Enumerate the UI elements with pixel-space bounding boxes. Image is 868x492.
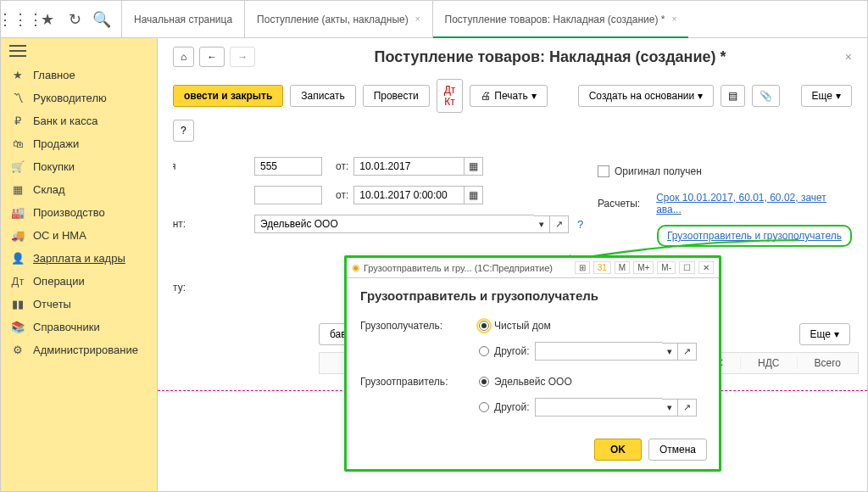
shipper-default-radio[interactable] [479,377,489,387]
sidebar-item-operations[interactable]: ДтОперации [1,270,157,293]
sidebar-item-reports[interactable]: ▮▮Отчеты [1,293,157,316]
cart-icon: 🛒 [11,160,25,173]
tab-label: Поступление (акты, накладные) [257,14,409,25]
nav-buttons: ⌂ ← → [173,47,255,67]
m-button[interactable]: M [615,261,630,274]
chart-icon: 〽 [11,92,25,104]
date-input[interactable] [353,157,464,176]
m-minus-button[interactable]: M- [657,261,676,274]
star-icon: ★ [11,69,25,81]
sidebar-item-main[interactable]: ★Главное [1,64,157,87]
open-icon[interactable]: ↗ [678,399,697,417]
dialog-titlebar[interactable]: ◉ Грузоотправитель и гру... (1С:Предприя… [347,258,719,278]
tab-waybill-create[interactable]: Поступление товаров: Накладная (создание… [432,1,689,37]
close-page-button[interactable]: × [845,50,852,64]
payments-link[interactable]: Срок 10.01.2017, 60.01, 60.02, зачет ава… [656,192,852,215]
dialog-title: Грузоотправитель и гру... (1С:Предприяти… [364,263,553,273]
col-total: Всего [798,357,858,369]
post-button[interactable]: Провести [363,85,430,107]
second-input[interactable] [254,186,322,204]
post-and-close-button[interactable]: овести и закрыть [173,85,283,107]
sidebar-item-label: Руководителю [33,92,107,104]
forward-button[interactable]: → [230,47,255,67]
close-icon[interactable]: × [671,14,676,24]
create-based-button[interactable]: Создать на основании ▾ [578,85,715,107]
open-icon[interactable]: ↗ [678,343,697,361]
m-plus-button[interactable]: M+ [633,261,654,274]
contragent-input[interactable] [254,215,534,233]
label-er: ер: [173,189,249,201]
consignee-default-radio[interactable] [479,321,489,331]
sidebar-item-label: Покупки [33,160,75,173]
sidebar-item-label: Операции [33,275,85,288]
sidebar-item-sales[interactable]: 🛍Продажи [1,132,157,155]
sidebar-item-warehouse[interactable]: ▦Склад [1,178,157,201]
calendar-icon[interactable]: 31 [593,261,611,274]
sidebar-item-admin[interactable]: ⚙Администрирование [1,338,157,361]
maximize-icon[interactable]: ☐ [679,261,695,274]
sidebar-menu-toggle[interactable] [1,38,157,64]
calc-icon[interactable]: ⊞ [575,261,590,274]
dtkt-icon: Дт [11,275,25,288]
chevron-down-icon[interactable]: ▾ [662,399,678,417]
apps-icon[interactable]: ⋮⋮⋮ [13,12,28,27]
content: ⌂ ← → Поступление товаров: Накладная (со… [158,38,867,491]
sidebar-item-bank[interactable]: ₽Банк и касса [1,109,157,132]
open-icon[interactable]: ↗ [550,215,569,233]
original-checkbox[interactable] [598,165,609,177]
shipper-other-input[interactable] [535,398,662,417]
close-icon[interactable]: × [415,14,420,24]
back-button[interactable]: ← [199,47,225,67]
attach-button[interactable]: 📎 [752,85,780,107]
sidebar-item-label: Склад [33,183,65,196]
datetime-input[interactable] [353,186,464,204]
book-icon: 📚 [11,321,25,333]
page-title: Поступление товаров: Накладная (создание… [264,48,837,66]
chevron-down-icon[interactable]: ▾ [534,215,550,233]
sidebar-item-hr[interactable]: 👤Зарплата и кадры [1,247,157,270]
sidebar-item-assets[interactable]: 🚚ОС и НМА [1,224,157,247]
sidebar-item-label: Справочники [33,321,100,333]
cancel-button[interactable]: Отмена [648,439,707,461]
tab-receipts[interactable]: Поступление (акты, накладные)× [244,1,431,37]
printer-icon: 🖨 [481,90,491,102]
doc-button[interactable]: ▤ [721,85,745,107]
ok-button[interactable]: OK [594,439,642,461]
more-button[interactable]: Еще ▾ [801,85,852,107]
label-contragent: трагент: [173,218,249,230]
star-icon[interactable]: ★ [40,12,55,27]
home-button[interactable]: ⌂ [173,47,194,67]
consignee-other-input[interactable] [535,342,662,361]
tab-home[interactable]: Начальная страница [121,1,244,37]
shipper-other-label: Другой: [494,401,530,413]
tab-strip: Начальная страница Поступление (акты, на… [121,1,867,37]
col-nds: НДС [741,357,797,369]
help-button[interactable]: ? [173,120,194,142]
chevron-down-icon[interactable]: ▾ [662,343,678,361]
bars-icon: ▮▮ [11,298,25,310]
consignee-default-text: Чистый дом [494,320,551,332]
sidebar-item-production[interactable]: 🏭Производство [1,201,157,224]
close-icon[interactable]: ✕ [698,261,714,274]
sidebar-item-manager[interactable]: 〽Руководителю [1,87,157,109]
consignee-other-radio[interactable] [479,346,489,356]
help-icon[interactable]: ? [577,218,583,231]
print-button[interactable]: 🖨Печать ▾ [470,85,547,107]
search-icon[interactable]: 🔍 [94,12,109,27]
save-button[interactable]: Записать [290,85,355,107]
tab-label: Поступление товаров: Накладная (создание… [445,14,665,25]
label-ot: от: [336,160,348,172]
calendar-icon[interactable]: ▦ [464,186,483,204]
grid-more-button[interactable]: Еще ▾ [799,323,850,345]
shipper-consignee-link[interactable]: Грузоотправитель и грузополучатель [657,225,852,247]
calendar-icon[interactable]: ▦ [464,157,483,176]
sidebar: ★Главное 〽Руководителю ₽Банк и касса 🛍Пр… [1,38,158,491]
dtkt-button[interactable]: ДтКт [437,79,464,113]
number-input[interactable] [254,157,322,176]
history-icon[interactable]: ↻ [67,12,82,27]
shipper-other-radio[interactable] [479,402,489,412]
truck-icon: 🚚 [11,229,25,242]
sidebar-item-label: ОС и НМА [33,229,86,242]
sidebar-item-catalogs[interactable]: 📚Справочники [1,316,157,338]
sidebar-item-purchases[interactable]: 🛒Покупки [1,155,157,178]
